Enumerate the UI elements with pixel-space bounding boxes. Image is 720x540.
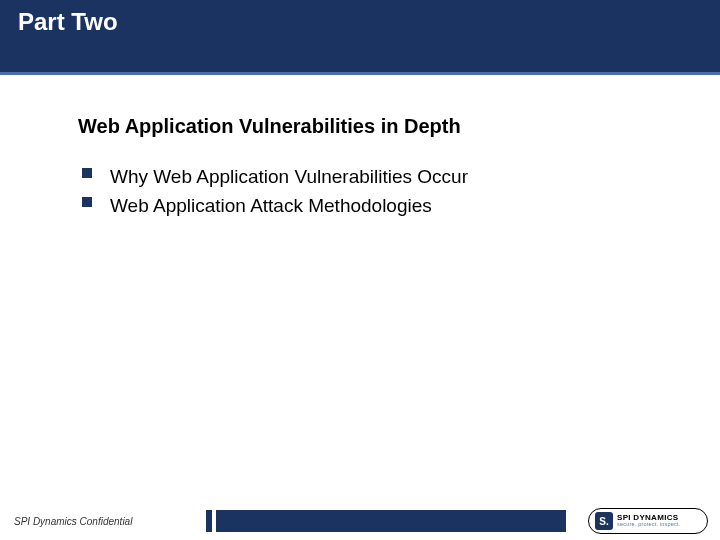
logo-line2: secure. protect. inspect. (617, 522, 680, 528)
logo-mark-icon: S. (595, 512, 613, 530)
footer: SPI Dynamics Confidential S. SPI DYNAMIC… (0, 504, 720, 540)
list-item: Web Application Attack Methodologies (82, 191, 660, 220)
list-item: Why Web Application Vulnerabilities Occu… (82, 162, 660, 191)
footer-accent-bar-small (206, 510, 212, 532)
spi-dynamics-logo: S. SPI DYNAMICS secure. protect. inspect… (588, 508, 708, 534)
header-bar: Part Two (0, 0, 720, 75)
confidential-text: SPI Dynamics Confidential (14, 516, 132, 527)
bullet-list: Why Web Application Vulnerabilities Occu… (82, 162, 660, 221)
content-area: Web Application Vulnerabilities in Depth… (0, 75, 720, 221)
logo-text: SPI DYNAMICS secure. protect. inspect. (617, 514, 680, 528)
footer-accent-bar-large (216, 510, 566, 532)
section-subtitle: Web Application Vulnerabilities in Depth (78, 115, 660, 138)
slide-title: Part Two (18, 8, 118, 36)
